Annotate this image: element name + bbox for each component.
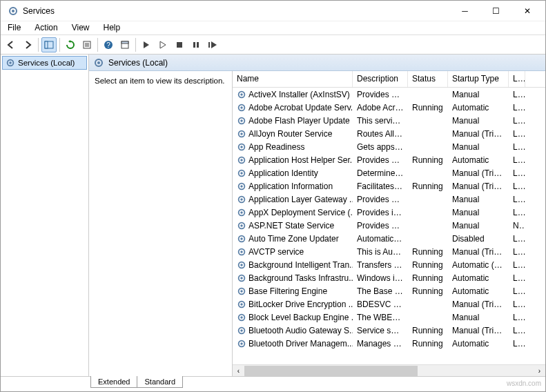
forward-button[interactable] xyxy=(20,37,35,52)
service-description: Provides su... xyxy=(353,221,408,231)
service-startup: Manual xyxy=(448,90,509,99)
refresh-button[interactable] xyxy=(63,37,78,52)
maximize-button[interactable]: ☐ xyxy=(480,1,511,21)
service-row[interactable]: Bluetooth Driver Managem...Manages BT...… xyxy=(233,337,545,350)
service-row[interactable]: Application InformationFacilitates t...R… xyxy=(233,179,545,193)
close-button[interactable]: ✕ xyxy=(511,1,543,21)
svg-point-44 xyxy=(240,264,243,266)
service-row[interactable]: Application Host Helper Ser...Provides a… xyxy=(233,153,545,166)
svg-point-26 xyxy=(240,146,243,148)
service-status: Running xyxy=(408,286,448,296)
service-gear-icon xyxy=(237,234,246,244)
service-name-text: Application Host Helper Ser... xyxy=(248,155,353,165)
service-row[interactable]: AllJoyn Router ServiceRoutes AllJo...Man… xyxy=(233,127,545,140)
menu-view[interactable]: View xyxy=(70,23,91,33)
svg-point-42 xyxy=(240,251,243,253)
service-gear-icon xyxy=(237,129,246,139)
service-name-text: BitLocker Drive Encryption ... xyxy=(248,300,353,309)
service-row[interactable]: ASP.NET State ServiceProvides su...Manua… xyxy=(233,219,545,232)
service-name: Application Host Helper Ser... xyxy=(233,155,353,165)
service-row[interactable]: Base Filtering EngineThe Base Fil...Runn… xyxy=(233,284,545,297)
tab-extended[interactable]: Extended xyxy=(90,376,137,388)
column-name[interactable]: Name xyxy=(233,71,353,87)
svg-point-20 xyxy=(240,106,243,109)
scroll-track[interactable] xyxy=(244,366,534,376)
service-name-text: Block Level Backup Engine ... xyxy=(248,313,353,322)
tab-strip: Extended Standard wsxdn.com xyxy=(1,376,545,391)
svg-point-14 xyxy=(9,61,12,64)
back-button[interactable] xyxy=(3,37,19,52)
service-row[interactable]: AppX Deployment Service (...Provides inf… xyxy=(233,206,545,219)
service-gear-icon xyxy=(237,221,246,231)
service-name: Application Information xyxy=(233,182,353,191)
service-row[interactable]: Block Level Backup Engine ...The WBENG..… xyxy=(233,311,545,324)
service-row[interactable]: Background Tasks Infrastru...Windows in.… xyxy=(233,271,545,284)
scroll-left-arrow[interactable]: ‹ xyxy=(233,366,244,376)
service-name-text: Application Identity xyxy=(248,168,318,178)
svg-point-46 xyxy=(240,277,243,280)
service-row[interactable]: Adobe Acrobat Update Serv...Adobe Acro..… xyxy=(233,101,545,114)
service-name: Application Identity xyxy=(233,168,353,178)
svg-rect-12 xyxy=(208,42,210,48)
start-service-alt-button[interactable] xyxy=(155,37,170,52)
service-row[interactable]: Background Intelligent Tran...Transfers … xyxy=(233,258,545,271)
service-name: AppX Deployment Service (... xyxy=(233,208,353,217)
svg-text:?: ? xyxy=(106,41,110,49)
service-gear-icon xyxy=(237,260,246,270)
main-header-title: Services (Local) xyxy=(108,58,168,68)
content-area: Services (Local) Services (Local) Select… xyxy=(1,55,545,376)
service-logon: Lo xyxy=(509,313,525,322)
show-hide-tree-button[interactable] xyxy=(41,37,57,52)
service-row[interactable]: Adobe Flash Player Update ...This servic… xyxy=(233,114,545,127)
restart-service-button[interactable] xyxy=(205,37,220,52)
service-row[interactable]: BitLocker Drive Encryption ...BDESVC hos… xyxy=(233,297,545,311)
service-row[interactable]: Auto Time Zone UpdaterAutomatica...Disab… xyxy=(233,232,545,245)
export-list-button[interactable] xyxy=(79,37,95,52)
service-row[interactable]: AVCTP serviceThis is Audi...RunningManua… xyxy=(233,245,545,258)
service-description: Provides Us... xyxy=(353,90,408,99)
scroll-right-arrow[interactable]: › xyxy=(534,366,545,376)
service-startup: Automatic xyxy=(448,103,509,112)
separator xyxy=(38,38,39,52)
properties-button[interactable] xyxy=(117,37,133,52)
service-name-text: Bluetooth Driver Managem... xyxy=(248,339,353,349)
column-logon[interactable]: Lo xyxy=(509,71,525,87)
service-status: Running xyxy=(408,339,448,349)
menu-action[interactable]: Action xyxy=(33,23,59,33)
service-row[interactable]: Application IdentityDetermines ...Manual… xyxy=(233,166,545,179)
service-gear-icon xyxy=(237,247,246,257)
horizontal-scrollbar[interactable]: ‹ › xyxy=(233,364,545,376)
column-description[interactable]: Description xyxy=(353,71,408,87)
tree-pane[interactable]: Services (Local) xyxy=(1,55,89,376)
start-service-button[interactable] xyxy=(139,37,154,52)
service-row[interactable]: App ReadinessGets apps re...ManualLo xyxy=(233,140,545,153)
minimize-button[interactable]: ─ xyxy=(449,1,480,21)
service-gear-icon xyxy=(237,313,246,322)
svg-point-1 xyxy=(12,10,14,12)
svg-point-52 xyxy=(240,316,243,319)
pause-service-button[interactable] xyxy=(188,37,204,52)
stop-service-button[interactable] xyxy=(172,37,187,52)
tab-standard[interactable]: Standard xyxy=(137,376,183,388)
service-status: Running xyxy=(408,182,448,191)
scroll-thumb[interactable] xyxy=(244,366,418,376)
service-name-text: Application Layer Gateway ... xyxy=(248,195,353,204)
service-name: ActiveX Installer (AxInstSV) xyxy=(233,90,353,99)
service-description: Provides su... xyxy=(353,195,408,204)
list-body[interactable]: ActiveX Installer (AxInstSV)Provides Us.… xyxy=(233,88,545,364)
tree-root-services-local[interactable]: Services (Local) xyxy=(2,56,87,70)
service-gear-icon xyxy=(237,116,246,126)
column-startup[interactable]: Startup Type xyxy=(448,71,509,87)
service-logon: Lo xyxy=(509,247,525,257)
column-status[interactable]: Status xyxy=(408,71,448,87)
service-gear-icon xyxy=(237,286,246,296)
service-row[interactable]: Application Layer Gateway ...Provides su… xyxy=(233,193,545,206)
service-row[interactable]: Bluetooth Audio Gateway S...Service sup.… xyxy=(233,324,545,337)
main-header: Services (Local) xyxy=(89,55,545,71)
menu-file[interactable]: File xyxy=(6,23,22,33)
separator xyxy=(97,38,98,52)
service-name: Background Intelligent Tran... xyxy=(233,260,353,270)
menu-help[interactable]: Help xyxy=(102,23,122,33)
help-button[interactable]: ? xyxy=(101,37,116,52)
service-row[interactable]: ActiveX Installer (AxInstSV)Provides Us.… xyxy=(233,88,545,101)
